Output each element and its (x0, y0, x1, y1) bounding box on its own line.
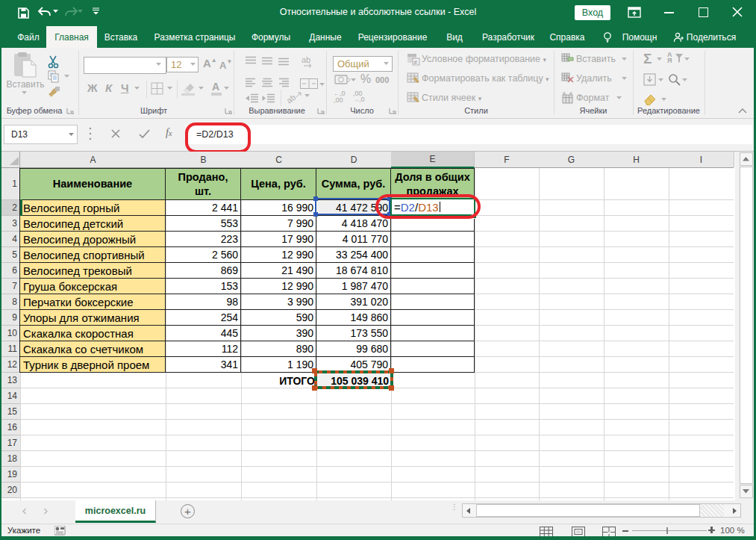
svg-text:ab: ab (302, 55, 310, 64)
svg-text:≠: ≠ (414, 59, 418, 66)
svg-text:ab: ab (287, 93, 297, 105)
